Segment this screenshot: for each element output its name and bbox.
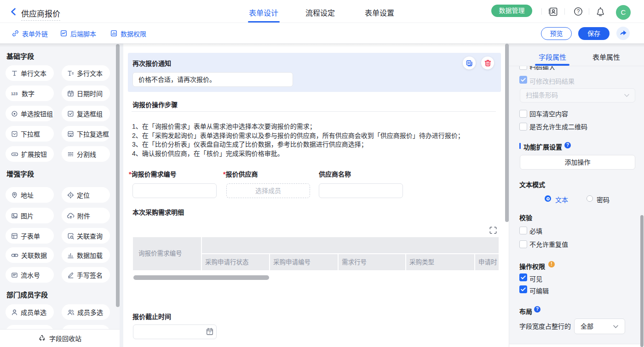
svg-text:7: 7 — [209, 330, 211, 335]
svg-text:123: 123 — [11, 91, 17, 96]
svg-text:?: ? — [577, 8, 580, 15]
